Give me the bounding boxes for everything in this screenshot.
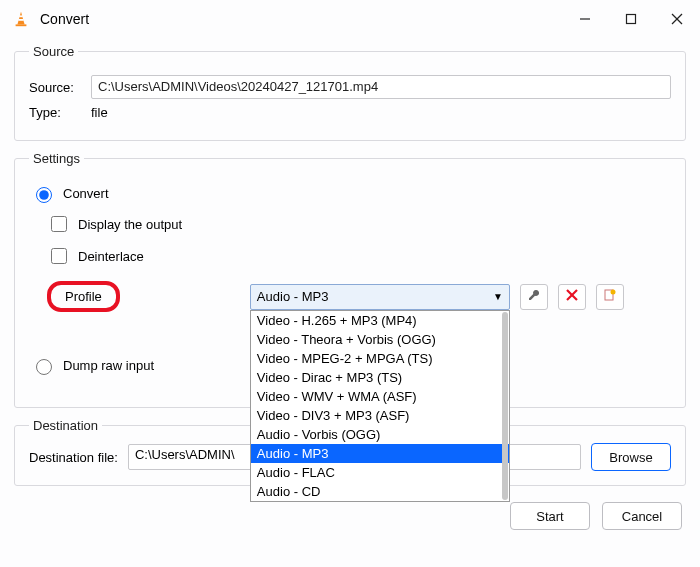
- cancel-button[interactable]: Cancel: [602, 502, 682, 530]
- type-label: Type:: [29, 105, 91, 120]
- profile-option-selected[interactable]: Audio - MP3: [251, 444, 509, 463]
- source-input[interactable]: C:\Users\ADMIN\Videos\20240427_121701.mp…: [91, 75, 671, 99]
- profile-option[interactable]: Video - H.265 + MP3 (MP4): [251, 311, 509, 330]
- new-document-icon: [603, 288, 617, 305]
- profile-option[interactable]: Video - Dirac + MP3 (TS): [251, 368, 509, 387]
- source-group: Source Source: C:\Users\ADMIN\Videos\202…: [14, 44, 686, 141]
- settings-legend: Settings: [29, 151, 84, 166]
- profile-highlight: Profile: [47, 281, 120, 312]
- display-output-input[interactable]: [51, 216, 67, 232]
- scrollbar[interactable]: [502, 312, 508, 500]
- svg-marker-0: [17, 12, 24, 25]
- profile-option[interactable]: Video - MPEG-2 + MPGA (TS): [251, 349, 509, 368]
- profile-label: Profile: [65, 289, 102, 304]
- type-value: file: [91, 105, 108, 120]
- convert-radio-input[interactable]: [36, 187, 52, 203]
- settings-group: Settings Convert Display the output Dein…: [14, 151, 686, 408]
- dump-raw-label: Dump raw input: [63, 358, 154, 373]
- profile-option[interactable]: Video - Theora + Vorbis (OGG): [251, 330, 509, 349]
- profile-selected-value: Audio - MP3: [257, 289, 329, 304]
- edit-profile-button[interactable]: [520, 284, 548, 310]
- svg-rect-5: [627, 15, 636, 24]
- svg-point-11: [610, 290, 615, 295]
- profile-option[interactable]: Video - WMV + WMA (ASF): [251, 387, 509, 406]
- profile-option[interactable]: Audio - Vorbis (OGG): [251, 425, 509, 444]
- destination-legend: Destination: [29, 418, 102, 433]
- profile-dropdown[interactable]: Audio - MP3 ▼ Video - H.265 + MP3 (MP4) …: [250, 284, 510, 310]
- destination-label: Destination file:: [29, 450, 118, 465]
- delete-profile-button[interactable]: [558, 284, 586, 310]
- svg-rect-3: [16, 24, 27, 26]
- minimize-button[interactable]: [562, 0, 608, 38]
- svg-rect-1: [19, 15, 23, 17]
- profile-option[interactable]: Audio - FLAC: [251, 463, 509, 482]
- convert-radio[interactable]: Convert: [31, 184, 671, 203]
- display-output-checkbox[interactable]: Display the output: [47, 213, 671, 235]
- profile-dropdown-list[interactable]: Video - H.265 + MP3 (MP4) Video - Theora…: [250, 310, 510, 502]
- dump-raw-input[interactable]: [36, 359, 52, 375]
- deinterlace-label: Deinterlace: [78, 249, 144, 264]
- titlebar: Convert: [0, 0, 700, 38]
- new-profile-button[interactable]: [596, 284, 624, 310]
- source-label: Source:: [29, 80, 91, 95]
- deinterlace-input[interactable]: [51, 248, 67, 264]
- display-output-label: Display the output: [78, 217, 182, 232]
- profile-option[interactable]: Video - DIV3 + MP3 (ASF): [251, 406, 509, 425]
- x-icon: [566, 289, 578, 304]
- maximize-button[interactable]: [608, 0, 654, 38]
- chevron-down-icon: ▼: [493, 291, 503, 302]
- svg-rect-2: [18, 19, 23, 21]
- window-controls: [562, 0, 700, 38]
- browse-button[interactable]: Browse: [591, 443, 671, 471]
- profile-option[interactable]: Audio - CD: [251, 482, 509, 501]
- window-title: Convert: [40, 11, 562, 27]
- deinterlace-checkbox[interactable]: Deinterlace: [47, 245, 671, 267]
- convert-radio-label: Convert: [63, 186, 109, 201]
- wrench-icon: [527, 288, 541, 305]
- start-button[interactable]: Start: [510, 502, 590, 530]
- vlc-cone-icon: [12, 10, 30, 28]
- close-button[interactable]: [654, 0, 700, 38]
- source-legend: Source: [29, 44, 78, 59]
